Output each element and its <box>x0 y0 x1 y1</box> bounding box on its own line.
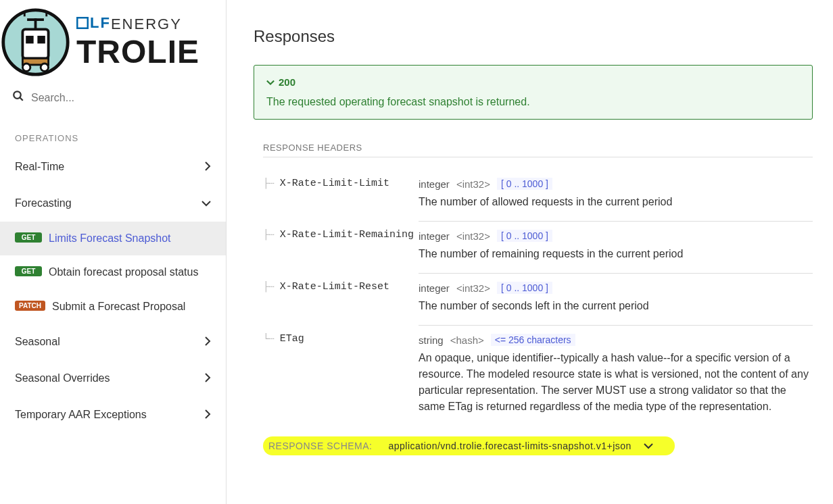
response-code-row: 200 <box>266 76 800 88</box>
header-format: <hash> <box>450 334 484 346</box>
svg-point-9 <box>22 64 30 71</box>
chevron-down-icon <box>266 76 275 88</box>
sidebar-item-label: Obtain forecast proposal status <box>49 265 198 280</box>
chevron-down-icon <box>644 440 653 451</box>
header-type: string <box>419 334 444 346</box>
header-row: ├┄ X-Rate-Limit-Remaining integer <int32… <box>263 220 813 272</box>
chevron-right-icon <box>204 161 211 173</box>
sidebar-item-label: Submit a Forecast Proposal <box>52 299 185 314</box>
sidebar-item-limits-forecast-snapshot[interactable]: GET Limits Forecast Snapshot <box>0 222 226 255</box>
chevron-down-icon <box>201 198 211 209</box>
header-description: An opaque, unique identifier--typically … <box>419 350 813 415</box>
header-name: X-Rate-Limit-Limit <box>280 178 389 189</box>
header-name: ETag <box>280 333 304 345</box>
sidebar-item-obtain-forecast-proposal-status[interactable]: GET Obtain forecast proposal status <box>0 255 226 289</box>
chevron-right-icon <box>204 336 211 348</box>
response-schema-select[interactable]: application/vnd.trolie.forecast-limits-s… <box>388 440 652 451</box>
response-headers-label: RESPONSE HEADERS <box>263 143 813 157</box>
header-name: X-Rate-Limit-Reset <box>280 281 389 293</box>
search-row <box>0 84 226 114</box>
search-input[interactable] <box>31 92 214 104</box>
svg-rect-1 <box>22 29 48 58</box>
headers-table: ├┄ X-Rate-Limit-Limit integer <int32> [ … <box>263 168 813 424</box>
header-constraint: <= 256 characters <box>491 334 575 346</box>
header-format: <int32> <box>456 230 490 242</box>
header-row: ├┄ X-Rate-Limit-Reset integer <int32> [ … <box>263 272 813 324</box>
header-format: <int32> <box>456 178 490 190</box>
response-code: 200 <box>279 76 295 88</box>
tree-connector-icon: ├┄ <box>263 178 275 189</box>
header-format: <int32> <box>456 282 490 294</box>
nav-item-temporary-aar-exceptions[interactable]: Temporary AAR Exceptions <box>0 397 226 433</box>
chevron-right-icon <box>204 373 211 384</box>
header-name: X-Rate-Limit-Remaining <box>280 229 414 241</box>
method-badge-get: GET <box>15 232 42 243</box>
nav-item-real-time[interactable]: Real-Time <box>0 149 226 185</box>
nav-label: Real-Time <box>15 161 64 173</box>
sidebar-item-submit-forecast-proposal[interactable]: PATCH Submit a Forecast Proposal <box>0 290 226 324</box>
header-description: The number of seconds left in the curren… <box>419 298 813 314</box>
nav-sublist-forecasting: GET Limits Forecast Snapshot GET Obtain … <box>0 222 226 324</box>
nav-label: Seasonal <box>15 336 60 348</box>
nav-label: Seasonal Overrides <box>15 372 110 384</box>
schema-value: application/vnd.trolie.forecast-limits-s… <box>388 440 631 451</box>
page-title: Responses <box>254 27 813 46</box>
header-constraint: [ 0 .. 1000 ] <box>497 282 552 294</box>
response-schema-label: RESPONSE SCHEMA: <box>268 440 372 451</box>
logo-text: LF ENERGY TROLIE <box>76 14 199 70</box>
search-icon <box>12 90 24 105</box>
brand-name: TROLIE <box>76 33 199 70</box>
response-schema-row: RESPONSE SCHEMA: application/vnd.trolie.… <box>263 436 675 455</box>
nav-item-seasonal[interactable]: Seasonal <box>0 324 226 360</box>
logo-area: LF ENERGY TROLIE <box>0 0 226 84</box>
svg-rect-3 <box>37 36 45 43</box>
svg-point-10 <box>41 64 48 71</box>
method-badge-patch: PATCH <box>15 301 45 311</box>
trolie-logo-icon <box>0 7 71 78</box>
header-type: integer <box>419 282 450 294</box>
header-row: └┄ ETag string <hash> <= 256 characters … <box>263 324 813 424</box>
tree-connector-icon: ├┄ <box>263 281 275 293</box>
nav-label: Temporary AAR Exceptions <box>15 409 147 421</box>
chevron-right-icon <box>204 409 211 421</box>
response-description: The requested operating forecast snapsho… <box>266 96 800 108</box>
header-type: integer <box>419 230 450 242</box>
nav-label: Forecasting <box>15 197 72 209</box>
svg-point-12 <box>14 91 21 99</box>
brand-suffix: ENERGY <box>111 16 182 32</box>
nav-item-forecasting[interactable]: Forecasting <box>0 185 226 222</box>
header-type: integer <box>419 178 450 190</box>
svg-rect-2 <box>26 36 33 43</box>
svg-line-13 <box>20 97 23 101</box>
brand-line: LF ENERGY <box>76 14 199 33</box>
section-label: OPERATIONS <box>0 114 226 149</box>
svg-rect-11 <box>77 18 88 28</box>
header-row: ├┄ X-Rate-Limit-Limit integer <int32> [ … <box>263 168 813 220</box>
nav-item-seasonal-overrides[interactable]: Seasonal Overrides <box>0 360 226 397</box>
lf-square-icon <box>76 17 89 29</box>
sidebar-item-label: Limits Forecast Snapshot <box>49 231 171 246</box>
header-constraint: [ 0 .. 1000 ] <box>497 230 552 242</box>
response-200-box[interactable]: 200 The requested operating forecast sna… <box>254 65 813 120</box>
brand-prefix: LF <box>90 14 111 32</box>
tree-connector-end-icon: └┄ <box>263 333 275 345</box>
sidebar: LF ENERGY TROLIE OPERATIONS Real-Time Fo… <box>0 0 227 504</box>
main-content: Responses 200 The requested operating fo… <box>227 0 833 504</box>
method-badge-get: GET <box>15 266 42 276</box>
header-constraint: [ 0 .. 1000 ] <box>497 178 552 190</box>
header-description: The number of allowed requests in the cu… <box>419 194 813 210</box>
tree-connector-icon: ├┄ <box>263 229 275 241</box>
header-description: The number of remaining requests in the … <box>419 246 813 262</box>
